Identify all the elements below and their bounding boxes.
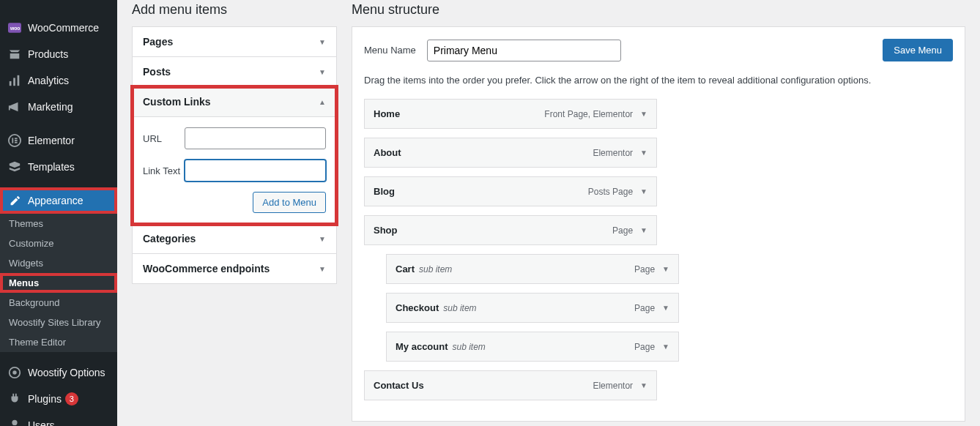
custom-link-text-input[interactable] [185, 160, 326, 182]
svg-rect-6 [12, 138, 13, 143]
sidebar-label: Analytics [28, 75, 69, 86]
sidebar-label: Users [28, 419, 55, 426]
sidebar-item-woocommerce[interactable]: woo WooCommerce [0, 15, 117, 41]
menu-item[interactable]: Contact UsElementor▼ [364, 370, 657, 400]
products-icon [7, 47, 22, 61]
sidebar-label: Appearance [28, 195, 83, 206]
sidebar-item-analytics[interactable]: Analytics [0, 67, 117, 94]
svg-point-12 [12, 420, 17, 425]
accordion: Pages ▼ Posts ▼ Custom Links ▲ URL [132, 26, 337, 284]
caret-down-icon[interactable]: ▼ [640, 226, 647, 234]
accordion-header-woo-endpoints[interactable]: WooCommerce endpoints ▼ [133, 254, 336, 283]
menu-item-title: Shop [374, 225, 398, 236]
caret-down-icon[interactable]: ▼ [640, 110, 647, 118]
menu-structure-column: Menu structure Menu Name Save Menu Drag … [352, 0, 965, 411]
menu-item-type: Page [634, 303, 655, 313]
add-menu-items-title: Add menu items [132, 2, 337, 18]
marketing-icon [7, 100, 22, 114]
sidebar-label: Plugins [28, 393, 62, 405]
accordion-header-posts[interactable]: Posts ▼ [133, 57, 336, 86]
sidebar-sub-woostify-library[interactable]: Woostify Sites Library [0, 313, 117, 332]
sidebar-label: Elementor [28, 135, 75, 146]
menu-structure-title: Menu structure [352, 2, 965, 18]
appearance-icon [7, 193, 22, 208]
elementor-icon [7, 133, 22, 148]
caret-down-icon[interactable]: ▼ [640, 187, 647, 195]
templates-icon [7, 160, 22, 174]
accordion-header-categories[interactable]: Categories ▼ [133, 224, 336, 253]
caret-down-icon: ▼ [319, 265, 326, 273]
menu-item-title: My account [396, 341, 448, 352]
menu-item[interactable]: My accountsub itemPage▼ [386, 332, 679, 362]
add-menu-items-column: Add menu items Pages ▼ Posts ▼ Custom Li… [132, 0, 337, 411]
menu-item-list: HomeFront Page, Elementor▼AboutElementor… [364, 99, 953, 400]
add-to-menu-button[interactable]: Add to Menu [253, 192, 326, 213]
custom-link-url-input[interactable] [185, 127, 326, 149]
menu-item-type: Elementor [593, 148, 633, 158]
svg-rect-3 [13, 78, 15, 86]
sidebar-item-marketing[interactable]: Marketing [0, 94, 117, 120]
accordion-pages: Pages ▼ [133, 27, 336, 57]
menu-item-type: Page [612, 225, 633, 236]
menu-item-type: Page [634, 264, 655, 274]
caret-down-icon: ▼ [319, 68, 326, 76]
menu-item[interactable]: Cartsub itemPage▼ [386, 254, 679, 284]
caret-down-icon[interactable]: ▼ [662, 304, 669, 312]
menu-item-title: Contact Us [374, 380, 424, 391]
woocommerce-icon: woo [7, 20, 22, 35]
accordion-title: WooCommerce endpoints [143, 263, 270, 274]
sidebar-label: Woostify Options [28, 367, 105, 378]
menu-item-subtext: sub item [443, 303, 476, 313]
sidebar-sub-background[interactable]: Background [0, 293, 117, 313]
accordion-header-pages[interactable]: Pages ▼ [133, 27, 336, 56]
accordion-title: Custom Links [143, 96, 211, 108]
accordion-header-custom-links[interactable]: Custom Links ▲ [133, 87, 336, 116]
accordion-title: Posts [143, 66, 171, 78]
accordion-custom-links: Custom Links ▲ URL Link Text Add to Menu [133, 87, 336, 224]
sidebar-label: Products [28, 48, 68, 60]
woostify-icon [7, 365, 22, 380]
sidebar-sub-theme-editor[interactable]: Theme Editor [0, 332, 117, 352]
svg-point-11 [12, 370, 16, 374]
save-menu-button[interactable]: Save Menu [883, 39, 953, 61]
svg-text:woo: woo [10, 26, 21, 31]
sidebar-item-products[interactable]: Products [0, 41, 117, 67]
menu-item[interactable]: HomeFront Page, Elementor▼ [364, 99, 657, 129]
svg-rect-9 [15, 142, 18, 143]
menu-name-row: Menu Name Save Menu [364, 39, 953, 61]
menu-item[interactable]: Checkoutsub itemPage▼ [386, 293, 679, 323]
menu-name-label: Menu Name [364, 45, 416, 56]
admin-sidebar: woo WooCommerce Products Analytics Marke… [0, 0, 117, 426]
link-text-label: Link Text [143, 165, 185, 176]
caret-down-icon[interactable]: ▼ [662, 343, 669, 351]
sidebar-sub-customize[interactable]: Customize [0, 233, 117, 253]
caret-down-icon[interactable]: ▼ [640, 149, 647, 157]
sidebar-item-plugins[interactable]: Plugins 3 [0, 386, 117, 412]
menu-item[interactable]: BlogPosts Page▼ [364, 176, 657, 206]
caret-down-icon[interactable]: ▼ [640, 381, 647, 389]
sidebar-sub-menus[interactable]: Menus [0, 273, 117, 293]
sidebar-item-elementor[interactable]: Elementor [0, 127, 117, 154]
menu-helper-text: Drag the items into the order you prefer… [364, 75, 953, 86]
accordion-title: Pages [143, 36, 173, 48]
sidebar-label: Templates [28, 161, 75, 173]
sidebar-sub-themes[interactable]: Themes [0, 214, 117, 233]
sidebar-item-templates[interactable]: Templates [0, 154, 117, 180]
svg-rect-4 [18, 75, 20, 86]
custom-links-body: URL Link Text Add to Menu [133, 116, 336, 223]
analytics-icon [7, 73, 22, 88]
sidebar-sub-widgets[interactable]: Widgets [0, 253, 117, 273]
svg-rect-8 [15, 140, 18, 141]
caret-up-icon: ▲ [319, 98, 326, 106]
caret-down-icon[interactable]: ▼ [662, 265, 669, 273]
menu-item[interactable]: ShopPage▼ [364, 215, 657, 245]
sidebar-item-users[interactable]: Users [0, 412, 117, 426]
menu-item-title: Cart [396, 264, 415, 274]
menu-name-input[interactable] [427, 40, 621, 61]
sidebar-item-woostify-options[interactable]: Woostify Options [0, 359, 117, 386]
menu-item[interactable]: AboutElementor▼ [364, 138, 657, 168]
menu-item-title: Blog [374, 186, 395, 197]
sidebar-item-appearance[interactable]: Appearance [0, 187, 117, 214]
menu-item-subtext: sub item [419, 264, 452, 274]
menu-item-type: Posts Page [588, 187, 633, 197]
